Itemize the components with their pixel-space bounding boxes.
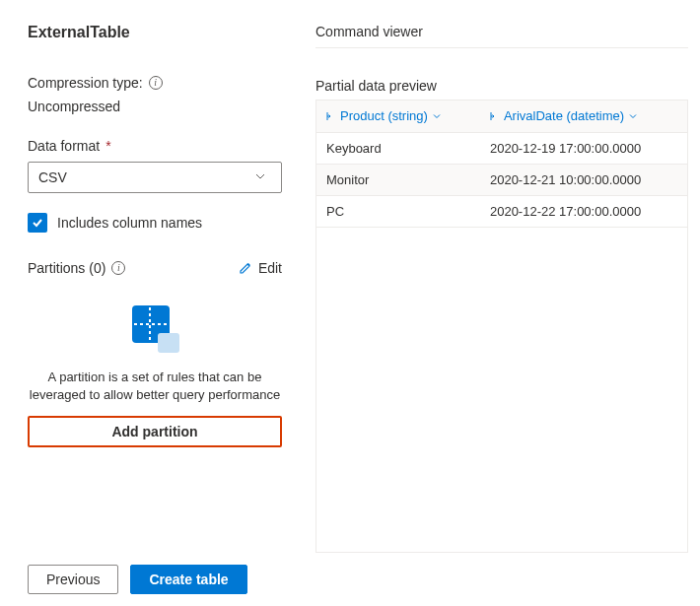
data-format-label-text: Data format: [28, 138, 100, 154]
preview-panel: Command viewer Partial data preview Prod…: [296, 0, 700, 606]
column-header-arrivaldate-text: ArivalDate (datetime): [504, 108, 624, 123]
command-viewer-header[interactable]: Command viewer: [315, 24, 688, 48]
footer-buttons: Previous Create table: [28, 547, 276, 594]
info-icon[interactable]: i: [111, 261, 125, 275]
includes-column-names-checkbox[interactable]: [28, 213, 47, 233]
required-asterisk: *: [105, 138, 110, 154]
table-row[interactable]: PC 2020-12-22 17:00:00.0000: [316, 195, 688, 227]
svg-rect-3: [158, 333, 179, 353]
table-row[interactable]: Keyboard 2020-12-19 17:00:00.0000: [316, 132, 688, 164]
pencil-icon: [239, 261, 252, 275]
cell-date: 2020-12-22 17:00:00.0000: [480, 195, 688, 227]
table-row[interactable]: Monitor 2020-12-21 10:00:00.0000: [316, 164, 688, 195]
chevron-down-icon: [432, 111, 442, 121]
compression-value: Uncompressed: [28, 99, 276, 114]
page-title: ExternalTable: [28, 24, 276, 41]
compression-label: Compression type: i: [28, 75, 276, 91]
chevron-down-icon: [628, 111, 638, 121]
partition-illustration-icon: [128, 305, 181, 355]
expand-icon: [490, 111, 500, 121]
config-panel: ExternalTable Compression type: i Uncomp…: [0, 0, 296, 606]
data-format-label: Data format *: [28, 138, 276, 154]
column-header-arrivaldate[interactable]: ArivalDate (datetime): [480, 101, 688, 133]
expand-icon: [326, 111, 336, 121]
cell-product: Keyboard: [316, 132, 480, 164]
cell-date: 2020-12-21 10:00:00.0000: [480, 164, 688, 195]
column-header-product-text: Product (string): [340, 108, 428, 123]
partitions-label: Partitions (0) i: [28, 260, 125, 276]
add-partition-button[interactable]: Add partition: [28, 416, 282, 447]
create-table-button[interactable]: Create table: [130, 565, 246, 594]
edit-label: Edit: [258, 260, 282, 276]
info-icon[interactable]: i: [149, 76, 163, 90]
includes-column-names-label: Includes column names: [57, 215, 202, 231]
cell-date: 2020-12-19 17:00:00.0000: [480, 132, 688, 164]
column-header-product[interactable]: Product (string): [316, 101, 480, 133]
data-preview-table: Product (string) ArivalDate (datetime): [315, 100, 688, 228]
cell-product: PC: [316, 195, 480, 227]
preview-title: Partial data preview: [315, 78, 688, 94]
edit-partitions-button[interactable]: Edit: [239, 260, 282, 276]
partition-description: A partition is a set of rules that can b…: [28, 369, 282, 404]
compression-label-text: Compression type:: [28, 75, 143, 91]
partitions-label-text: Partitions (0): [28, 260, 105, 276]
data-format-select[interactable]: CSV: [28, 162, 282, 193]
cell-product: Monitor: [316, 164, 480, 195]
previous-button[interactable]: Previous: [28, 565, 118, 594]
data-format-value: CSV: [38, 169, 67, 185]
table-empty-area: [315, 228, 688, 553]
